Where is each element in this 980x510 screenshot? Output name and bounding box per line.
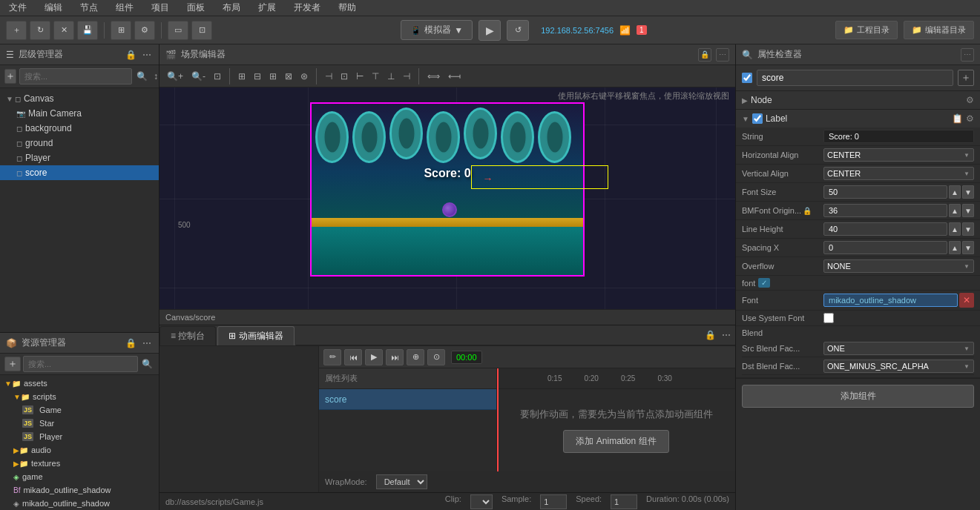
select-btn[interactable]: ⊡ [191, 21, 212, 40]
stop-btn[interactable]: ✕ [53, 21, 74, 40]
asset-item-player[interactable]: JS Player [0, 430, 159, 443]
node-name-input[interactable] [757, 70, 953, 86]
align-vcenter-btn[interactable]: ⊥ [384, 70, 398, 83]
bmfont-input[interactable] [823, 204, 947, 217]
scene-tool4[interactable]: ⊠ [282, 70, 295, 83]
font-input[interactable] [823, 294, 958, 307]
spacing-x-input[interactable] [823, 241, 947, 254]
assets-search[interactable] [23, 356, 138, 372]
add-component-button[interactable]: 添加组件 [742, 385, 974, 408]
asset-item-textures[interactable]: ▶📁 textures [0, 457, 159, 470]
assets-lock-icon[interactable]: 🔒 [124, 337, 138, 350]
label-section-header[interactable]: ▼ Label 📋 ⚙ [736, 110, 980, 128]
assets-more-icon[interactable]: ⋯ [141, 337, 153, 350]
hierarchy-more-icon[interactable]: ⋯ [141, 48, 153, 62]
rect-btn[interactable]: ▭ [168, 21, 188, 40]
menu-item-file[interactable]: 文件 [6, 0, 30, 16]
tree-item-player[interactable]: ◻ Player [0, 150, 159, 165]
anim-next-btn[interactable]: ⏭ [386, 349, 404, 365]
anim-prev-btn[interactable]: ⏮ [344, 349, 362, 365]
bottom-more-icon[interactable]: ⋯ [720, 328, 732, 342]
asset-item-game[interactable]: JS Game [0, 403, 159, 417]
bmfont-up-btn[interactable]: ▲ [949, 204, 961, 217]
font-size-input[interactable] [823, 185, 947, 199]
use-system-font-checkbox[interactable] [823, 313, 834, 323]
src-blend-select[interactable]: ONE ZERO SRC_ALPHA [823, 342, 974, 355]
node-enabled-checkbox[interactable] [742, 73, 752, 83]
assets-search-icon[interactable]: 🔍 [140, 357, 154, 371]
string-input[interactable] [823, 130, 974, 143]
align-left-btn[interactable]: ⊣ [322, 70, 335, 83]
label-settings-icon[interactable]: ⚙ [966, 113, 974, 124]
font-clear-btn[interactable]: ✕ [959, 293, 974, 308]
line-height-up-btn[interactable]: ▲ [949, 222, 961, 236]
asset-item-audio[interactable]: ▶📁 audio [0, 443, 159, 457]
asset-item-assets[interactable]: ▼📁 assets [0, 377, 159, 390]
tree-item-score[interactable]: ◻ score [0, 165, 159, 180]
anim-score-track[interactable]: score [319, 389, 496, 410]
scene-tool3[interactable]: ⊞ [266, 70, 280, 83]
anim-edit-btn[interactable]: ✏ [323, 349, 341, 365]
tree-item-canvas[interactable]: ▼ ◻ Canvas [0, 91, 159, 106]
menu-item-project[interactable]: 项目 [148, 0, 172, 16]
line-height-down-btn[interactable]: ▼ [962, 222, 974, 236]
zoom-in-btn[interactable]: 🔍+ [164, 70, 186, 83]
search-icon[interactable]: 🔍 [135, 70, 149, 83]
scene-canvas[interactable]: 使用鼠标右键平移视窗焦点，使用滚轮缩放视图 500 -500 0 500 1,0… [160, 87, 735, 309]
font-size-down-btn[interactable]: ▼ [962, 185, 974, 199]
node-section-settings[interactable]: ⚙ [966, 95, 974, 105]
menu-item-component[interactable]: 组件 [113, 0, 137, 16]
menu-item-help[interactable]: 帮助 [335, 0, 359, 16]
spacing-x-up-btn[interactable]: ▲ [949, 241, 961, 254]
anim-record-btn[interactable]: ⊙ [427, 349, 445, 365]
asset-item-star[interactable]: JS Star [0, 417, 159, 430]
v-align-select[interactable]: CENTER TOP BOTTOM [823, 167, 974, 180]
scene-tool6[interactable]: ⟺ [424, 70, 443, 83]
asset-item-font2[interactable]: ◈ mikado_outline_shadow [0, 497, 159, 510]
save-btn[interactable]: 💾 [77, 21, 98, 40]
asset-item-font1[interactable]: Bf mikado_outline_shadow [0, 483, 159, 497]
speed-input[interactable] [611, 494, 637, 509]
add-property-btn[interactable]: ＋ [958, 70, 974, 86]
menu-item-panel[interactable]: 面板 [184, 0, 208, 16]
align-center-btn[interactable]: ⊡ [338, 70, 351, 83]
scene-tool2[interactable]: ⊟ [251, 70, 264, 83]
asset-item-scripts[interactable]: ▼📁 scripts [0, 390, 159, 403]
dst-blend-select[interactable]: ONE_MINUS_SRC_ALPHA ONE ZERO [823, 360, 974, 373]
refresh-btn[interactable]: ↻ [30, 21, 50, 40]
overflow-select[interactable]: NONE CLAMP SHRINK RESIZE_HEIGHT [823, 259, 974, 273]
align-top-btn[interactable]: ⊤ [369, 70, 382, 83]
menu-item-node[interactable]: 节点 [77, 0, 101, 16]
wrapmode-select[interactable]: Default [376, 474, 427, 489]
bottom-lock-icon[interactable]: 🔒 [703, 328, 717, 342]
hierarchy-expand-icon[interactable]: ↕ [152, 70, 159, 83]
scene-more-icon[interactable]: ⋯ [716, 48, 729, 62]
sample-input[interactable] [540, 494, 567, 509]
scene-lock-icon[interactable]: 🔒 [698, 48, 711, 62]
hierarchy-lock-icon[interactable]: 🔒 [124, 48, 138, 62]
asset-item-game-scene[interactable]: ◈ game [0, 470, 159, 483]
play-button[interactable]: ▶ [479, 20, 501, 41]
scene-tool5[interactable]: ⊛ [297, 70, 311, 83]
add-node-btn[interactable]: ＋ [4, 69, 16, 84]
font-size-up-btn[interactable]: ▲ [949, 185, 961, 199]
line-height-input[interactable] [823, 222, 947, 236]
add-asset-btn[interactable]: ＋ [4, 357, 21, 371]
node-section-header[interactable]: ▶ Node ⚙ [736, 91, 980, 109]
inspector-more-icon[interactable]: ⋯ [961, 48, 974, 62]
simulate-button[interactable]: 📱 模拟器 ▼ [401, 20, 473, 40]
tree-item-background[interactable]: ◻ background [0, 121, 159, 136]
align-bottom-btn[interactable]: ⊣ [400, 70, 413, 83]
project-dir-button[interactable]: 📁 工程目录 [835, 21, 898, 39]
menu-item-extend[interactable]: 扩展 [255, 0, 279, 16]
clip-selector[interactable] [470, 494, 493, 509]
label-copy-icon[interactable]: 📋 [952, 113, 963, 124]
reload-button[interactable]: ↺ [507, 20, 529, 41]
hierarchy-search[interactable] [19, 68, 132, 85]
spacing-x-down-btn[interactable]: ▼ [962, 241, 974, 254]
bmfont-down-btn[interactable]: ▼ [962, 204, 974, 217]
tab-animation[interactable]: ⊞ 动画编辑器 [217, 326, 294, 345]
add-animation-button[interactable]: 添加 Animation 组件 [563, 430, 668, 453]
settings-btn[interactable]: ⚙ [134, 21, 155, 40]
zoom-out-btn[interactable]: 🔍- [188, 70, 208, 83]
